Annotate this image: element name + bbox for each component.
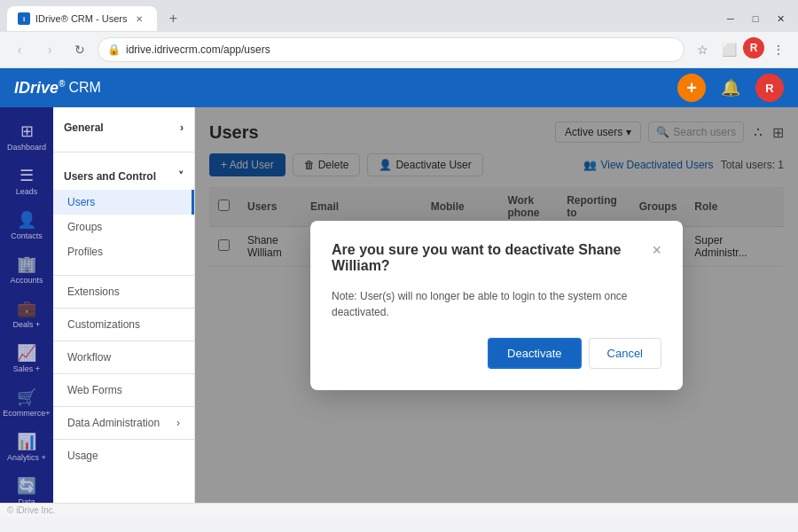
- browser-toolbar-icons: ☆ ⬜ R ⋮: [690, 37, 791, 62]
- sidebar-item-sales[interactable]: 📈 Sales +: [0, 336, 53, 380]
- tab-favicon: i: [18, 12, 30, 25]
- divider: [53, 152, 194, 153]
- sidebar-label-deals: Deals +: [13, 320, 41, 329]
- browser-tab[interactable]: i IDrive® CRM - Users ✕: [7, 6, 157, 31]
- divider: [53, 340, 194, 341]
- sub-sidebar-item-customizations[interactable]: Customizations: [53, 312, 194, 337]
- sidebar-item-dashboard[interactable]: ⊞ Dashboard: [0, 114, 53, 159]
- back-button[interactable]: ‹: [7, 37, 32, 62]
- bookmark-icon[interactable]: ☆: [690, 37, 715, 62]
- data-migration-icon: 🔄: [17, 476, 36, 496]
- chevron-right-icon: ›: [176, 417, 180, 429]
- sidebar-label-contacts: Contacts: [11, 231, 43, 240]
- sub-sidebar-general-header[interactable]: General ›: [53, 114, 194, 141]
- analytics-icon: 📊: [17, 432, 36, 451]
- cancel-button[interactable]: Cancel: [589, 338, 661, 369]
- sub-sidebar-item-data-admin[interactable]: Data Administration ›: [53, 411, 194, 435]
- sidebar-item-deals[interactable]: 💼 Deals +: [0, 292, 53, 336]
- sub-sidebar-item-users[interactable]: Users: [53, 190, 194, 215]
- deactivate-modal: Are you sure you want to deactivate Shan…: [310, 221, 683, 390]
- maximize-button[interactable]: □: [745, 8, 766, 29]
- global-add-button[interactable]: +: [677, 74, 706, 102]
- confirm-deactivate-button[interactable]: Deactivate: [488, 338, 581, 369]
- modal-header: Are you sure you want to deactivate Shan…: [332, 242, 661, 274]
- dashboard-icon: ⊞: [20, 121, 34, 141]
- browser-titlebar: i IDrive® CRM - Users ✕ + ─ □ ✕: [0, 0, 798, 32]
- menu-icon[interactable]: ⋮: [766, 37, 791, 62]
- main-content: Users Active users ▾ 🔍 Search users ⛬ ⊞: [195, 107, 798, 503]
- divider: [53, 439, 194, 440]
- new-tab-button[interactable]: +: [160, 6, 185, 31]
- modal-note: Note: User(s) will no longer be able to …: [332, 288, 661, 320]
- app-logo: IDrive® CRM: [14, 79, 101, 98]
- sidebar-label-accounts: Accounts: [10, 276, 43, 285]
- logo-text: IDrive®: [14, 79, 65, 98]
- app-container: IDrive® CRM + 🔔 R ⊞ Dashboard ☰ Leads 👤 …: [0, 68, 798, 517]
- address-bar[interactable]: 🔒 idrive.idrivecrm.com/app/users: [98, 37, 685, 62]
- sidebar-item-ecommerce[interactable]: 🛒 Ecommerce+: [0, 380, 53, 425]
- app-footer: © iDrive Inc.: [0, 503, 798, 517]
- user-avatar[interactable]: R: [755, 74, 784, 102]
- contacts-icon: 👤: [17, 210, 36, 230]
- tab-title: IDrive® CRM - Users: [35, 13, 127, 24]
- app-header: IDrive® CRM + 🔔 R: [0, 68, 798, 107]
- accounts-icon: 🏢: [17, 254, 36, 274]
- divider: [53, 373, 194, 374]
- sidebar: ⊞ Dashboard ☰ Leads 👤 Contacts 🏢 Account…: [0, 107, 53, 503]
- sub-sidebar: General › Users and Control ˅ Users Grou…: [53, 107, 195, 503]
- sub-sidebar-item-groups[interactable]: Groups: [53, 215, 194, 239]
- sidebar-label-sales: Sales +: [13, 364, 40, 373]
- lock-icon: 🔒: [107, 43, 121, 56]
- sub-sidebar-item-webforms[interactable]: Web Forms: [53, 378, 194, 403]
- logo-crm: CRM: [68, 80, 100, 96]
- modal-title: Are you sure you want to deactivate Shan…: [332, 242, 652, 274]
- modal-close-button[interactable]: ×: [652, 242, 661, 258]
- chevron-right-icon: ›: [180, 121, 184, 134]
- url-text: idrive.idrivecrm.com/app/users: [126, 43, 675, 56]
- footer-label: © iDrive Inc.: [7, 505, 56, 515]
- sidebar-item-accounts[interactable]: 🏢 Accounts: [0, 247, 53, 292]
- sub-sidebar-item-extensions[interactable]: Extensions: [53, 279, 194, 304]
- profile-icon[interactable]: R: [743, 37, 764, 59]
- sidebar-item-analytics[interactable]: 📊 Analytics +: [0, 425, 53, 469]
- modal-footer: Deactivate Cancel: [332, 338, 661, 369]
- sub-section-general: General ›: [53, 107, 194, 148]
- divider: [53, 406, 194, 407]
- reload-button[interactable]: ↻: [67, 37, 92, 62]
- divider: [53, 275, 194, 276]
- forward-button[interactable]: ›: [37, 37, 62, 62]
- browser-toolbar: ‹ › ↻ 🔒 idrive.idrivecrm.com/app/users ☆…: [0, 32, 798, 67]
- minimize-button[interactable]: ─: [720, 8, 741, 29]
- modal-body: Note: User(s) will no longer be able to …: [332, 288, 661, 320]
- divider: [53, 308, 194, 309]
- sub-section-users-control: Users and Control ˅ Users Groups Profile…: [53, 156, 194, 271]
- app-body: ⊞ Dashboard ☰ Leads 👤 Contacts 🏢 Account…: [0, 107, 798, 503]
- modal-overlay[interactable]: Are you sure you want to deactivate Shan…: [195, 107, 798, 503]
- sales-icon: 📈: [17, 343, 36, 363]
- sub-sidebar-item-workflow[interactable]: Workflow: [53, 345, 194, 370]
- sidebar-item-contacts[interactable]: 👤 Contacts: [0, 203, 53, 247]
- deals-icon: 💼: [17, 299, 36, 318]
- sidebar-label-analytics: Analytics +: [7, 453, 46, 462]
- sidebar-label-ecommerce: Ecommerce+: [3, 409, 50, 418]
- extensions-icon[interactable]: ⬜: [716, 37, 741, 62]
- users-control-header[interactable]: Users and Control ˅: [53, 163, 194, 190]
- window-controls: ─ □ ✕: [720, 8, 791, 29]
- sidebar-label-dashboard: Dashboard: [7, 143, 46, 152]
- sidebar-label-leads: Leads: [16, 187, 38, 196]
- sub-sidebar-item-profiles[interactable]: Profiles: [53, 239, 194, 264]
- sidebar-item-data-migration[interactable]: 🔄 Data Migration: [0, 469, 53, 503]
- leads-icon: ☰: [20, 166, 34, 185]
- notification-button[interactable]: 🔔: [716, 74, 745, 102]
- browser-chrome: i IDrive® CRM - Users ✕ + ─ □ ✕ ‹ › ↻ 🔒 …: [0, 0, 798, 68]
- ecommerce-icon: 🛒: [17, 387, 36, 407]
- chevron-down-icon: ˅: [178, 170, 184, 183]
- tab-close-button[interactable]: ✕: [132, 12, 146, 26]
- sidebar-item-leads[interactable]: ☰ Leads: [0, 159, 53, 203]
- sub-sidebar-item-usage[interactable]: Usage: [53, 443, 194, 468]
- close-button[interactable]: ✕: [770, 8, 791, 29]
